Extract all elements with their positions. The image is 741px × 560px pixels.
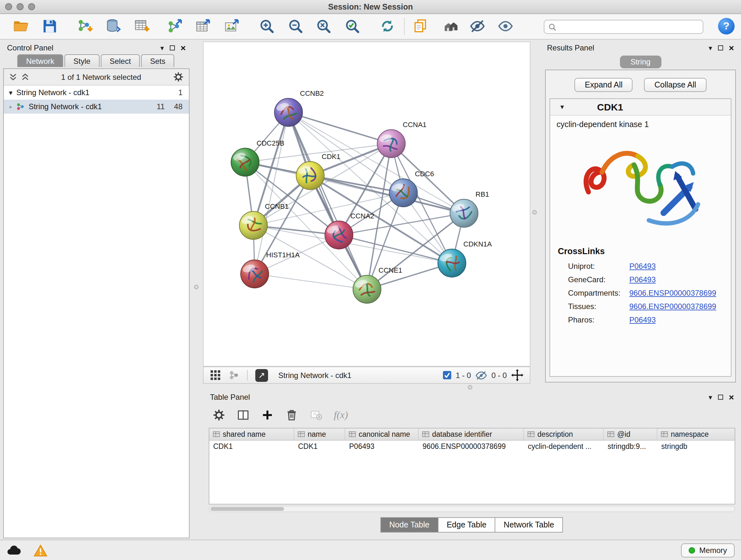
zoom-in-icon: [259, 18, 275, 35]
collection-label: String Network - cdk1: [16, 88, 89, 97]
table-panel-close-icon[interactable]: ×: [729, 393, 734, 401]
table-row[interactable]: CDK1 CDK1 P06493 9606.ENSP00000378699 cy…: [209, 441, 735, 452]
expand-all-networks-icon[interactable]: [21, 73, 29, 81]
control-panel-collapse-icon[interactable]: ▾: [160, 44, 164, 51]
search-input[interactable]: [560, 22, 699, 32]
crosslinks-heading: CrossLinks: [550, 240, 731, 259]
tab-select[interactable]: Select: [100, 54, 140, 67]
function-builder-icon[interactable]: f(x): [334, 409, 348, 421]
table-panel-collapse-icon[interactable]: ▾: [709, 394, 712, 401]
grid-view-icon[interactable]: [210, 370, 221, 381]
zoom-fit-button[interactable]: [315, 18, 332, 35]
hide-details-button[interactable]: [469, 18, 486, 35]
cloud-icon[interactable]: [6, 543, 22, 557]
tab-edge-table[interactable]: Edge Table: [438, 517, 495, 533]
tab-network[interactable]: Network: [17, 54, 63, 67]
add-column-icon[interactable]: [261, 409, 274, 422]
network-node-CDKN1A[interactable]: [438, 249, 466, 277]
crosslink-link-compartments[interactable]: 9606.ENSP00000378699: [629, 288, 716, 297]
column-header[interactable]: shared name: [209, 428, 294, 440]
open-session-button[interactable]: [13, 18, 29, 35]
network-node-CCNA2[interactable]: [325, 221, 353, 249]
network-node-CDC25B[interactable]: [231, 148, 259, 176]
fit-content-icon[interactable]: [511, 369, 523, 381]
tab-style[interactable]: Style: [64, 54, 99, 67]
control-panel-float-icon[interactable]: [170, 45, 175, 51]
select-columns-icon[interactable]: [237, 409, 250, 422]
selected-nodes-checkbox-icon[interactable]: [443, 371, 451, 379]
crosslink-link-pharos[interactable]: P06493: [629, 315, 656, 324]
table-options-gear-icon[interactable]: [212, 409, 225, 422]
network-node-CCNA1[interactable]: [377, 130, 405, 158]
export-table-button[interactable]: [195, 18, 211, 35]
column-header[interactable]: canonical name: [345, 428, 419, 440]
column-header[interactable]: @id: [604, 428, 657, 440]
copy-document-button[interactable]: [412, 18, 429, 35]
open-in-window-button[interactable]: ↗: [255, 369, 268, 381]
network-options-gear-icon[interactable]: [173, 71, 184, 82]
crosslink-link-genecard[interactable]: P06493: [629, 275, 656, 284]
houses-button[interactable]: [443, 18, 460, 35]
results-panel-collapse-icon[interactable]: ▾: [709, 44, 712, 51]
results-panel-float-icon[interactable]: [718, 45, 723, 51]
column-header[interactable]: description: [524, 428, 604, 440]
help-button[interactable]: ?: [718, 18, 735, 35]
network-share-icon[interactable]: [228, 370, 239, 381]
horizontal-scrollbar[interactable]: [209, 506, 735, 512]
export-image-button[interactable]: [223, 18, 240, 35]
crosslink-link-uniprot[interactable]: P06493: [629, 261, 656, 270]
collapse-all-networks-icon[interactable]: [9, 73, 17, 81]
tab-network-table[interactable]: Network Table: [495, 517, 563, 533]
node-label-CCNB1: CCNB1: [265, 202, 289, 210]
results-panel-close-icon[interactable]: ×: [729, 44, 734, 52]
show-details-button[interactable]: [497, 18, 514, 35]
network-node-CCNB2[interactable]: [274, 98, 302, 126]
import-table-file-button[interactable]: [133, 18, 150, 35]
search-icon: [548, 23, 556, 31]
node-label-CCNA1: CCNA1: [403, 121, 427, 129]
import-network-database-button[interactable]: [105, 18, 122, 35]
network-node-CCNB1[interactable]: [239, 211, 267, 240]
tab-string[interactable]: String: [620, 56, 662, 68]
crosslink-label: Compartments:: [568, 288, 629, 297]
import-network-file-button[interactable]: [77, 18, 93, 35]
right-splitter-handle[interactable]: [532, 210, 537, 214]
network-node-RB1[interactable]: [450, 199, 478, 227]
bottom-splitter-handle[interactable]: [468, 385, 472, 389]
warning-icon[interactable]: [33, 543, 48, 557]
zoom-in-button[interactable]: [259, 18, 275, 35]
control-panel-title: Control Panel: [7, 44, 53, 52]
houses-icon: [443, 18, 460, 35]
crosslink-link-tissues[interactable]: 9606.ENSP00000378699: [629, 302, 716, 311]
section-collapse-icon[interactable]: ▾: [560, 104, 564, 111]
hidden-items-icon[interactable]: [475, 371, 487, 380]
network-canvas[interactable]: CCNB2CCNA1CDC25BCDK1CDC6RB1CCNB1CCNA2CDK…: [204, 42, 530, 366]
column-header[interactable]: name: [294, 428, 345, 440]
tab-sets[interactable]: Sets: [141, 54, 174, 67]
column-header[interactable]: database identifier: [419, 428, 524, 440]
zoom-out-button[interactable]: [287, 18, 304, 35]
save-session-button[interactable]: [42, 18, 58, 35]
memory-button[interactable]: Memory: [681, 543, 735, 557]
zoom-selected-button[interactable]: [344, 18, 360, 35]
refresh-button[interactable]: [379, 18, 396, 35]
table-panel-float-icon[interactable]: [718, 395, 723, 400]
collapse-all-button[interactable]: Collapse All: [644, 78, 706, 92]
left-splitter-handle[interactable]: [194, 285, 199, 289]
network-collection-row[interactable]: ▾ String Network - cdk1 1: [4, 85, 189, 100]
network-node-CDK1[interactable]: [296, 162, 324, 190]
network-node-HIST1H1A[interactable]: [241, 260, 269, 288]
expand-all-button[interactable]: Expand All: [575, 78, 633, 92]
network-row[interactable]: ● String Network - cdk1 11 48: [4, 100, 189, 114]
collection-expand-icon[interactable]: ▾: [9, 89, 12, 96]
column-header[interactable]: namespace: [657, 428, 735, 440]
scrollbar-thumb[interactable]: [211, 507, 284, 511]
zoom-fit-icon: [315, 18, 332, 35]
delete-column-icon[interactable]: [285, 409, 298, 422]
export-network-button[interactable]: [166, 18, 183, 35]
tab-node-table[interactable]: Node Table: [381, 517, 439, 533]
protein-section-header[interactable]: ▾ CDK1: [550, 99, 731, 116]
control-panel-close-icon[interactable]: ×: [181, 44, 186, 52]
network-node-CCNE1[interactable]: [353, 275, 381, 303]
network-node-CDC6[interactable]: [389, 179, 417, 207]
